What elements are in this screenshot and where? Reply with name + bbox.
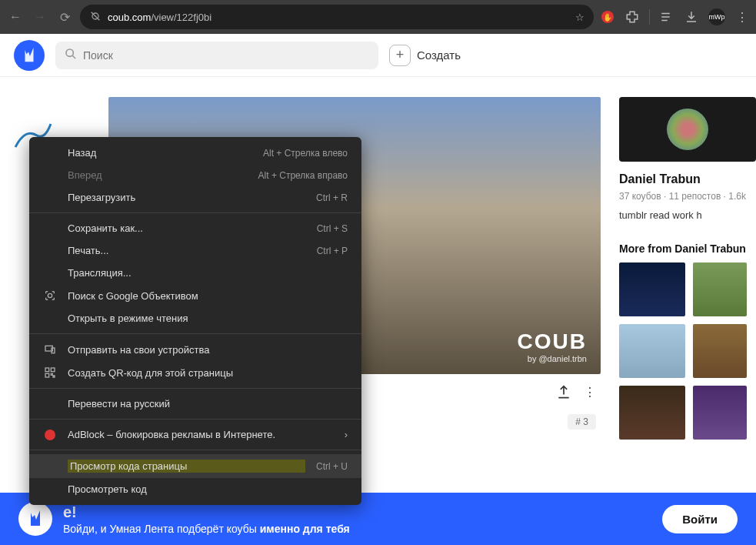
search-icon (65, 48, 77, 63)
more-icon[interactable]: ⋮ (584, 385, 596, 403)
back-button[interactable]: ← (6, 8, 25, 26)
channel-name[interactable]: Daniel Trabun (619, 172, 756, 186)
menu-item-label: Печать... (68, 245, 306, 256)
banner-title: e! (63, 503, 651, 521)
menu-item-shortcut: Ctrl + U (316, 461, 348, 472)
site-header: + Создать (0, 34, 756, 77)
context-menu-item[interactable]: Трансляция... (29, 262, 361, 284)
menu-item-label: Просмотр кода страницы (68, 460, 305, 473)
create-button[interactable]: + Создать (389, 45, 461, 66)
menu-item-label: Открыть в режиме чтения (68, 313, 337, 324)
menu-item-label: Вперед (68, 169, 248, 181)
channel-avatar (667, 109, 708, 150)
search-box[interactable] (55, 42, 378, 69)
forward-button[interactable]: → (31, 8, 49, 26)
url-bar[interactable]: coub.com/view/122fj0bi ☆ (80, 5, 594, 29)
lens-icon (43, 289, 57, 302)
channel-banner[interactable] (619, 97, 756, 162)
media-icon[interactable] (659, 9, 674, 25)
profile-avatar[interactable]: mWp (708, 8, 725, 25)
video-thumbnail[interactable] (619, 262, 685, 316)
context-menu-item[interactable]: Открыть в режиме чтения (29, 307, 361, 329)
video-thumbnail[interactable] (619, 386, 685, 440)
reload-button[interactable]: ⟳ (55, 8, 74, 26)
menu-item-label: Сохранить как... (68, 222, 306, 234)
browser-toolbar: ← → ⟳ coub.com/view/122fj0bi ☆ ✋ mWp ⋮ (0, 0, 756, 34)
context-menu-item[interactable]: НазадAlt + Стрелка влево (29, 142, 361, 164)
menu-item-label: AdBlock – блокировка рекламы в Интернете… (68, 429, 334, 440)
context-menu-item[interactable]: AdBlock – блокировка рекламы в Интернете… (29, 423, 361, 446)
plus-icon: + (389, 45, 411, 66)
menu-item-label: Просмотреть код (68, 483, 337, 495)
search-input[interactable] (83, 49, 369, 62)
url-path: /view/122fj0bi (151, 12, 211, 23)
svg-rect-6 (45, 373, 49, 377)
menu-item-shortcut: Ctrl + P (317, 246, 348, 256)
tag-item[interactable]: # 3 (568, 414, 596, 430)
bookmark-icon[interactable]: ☆ (575, 12, 584, 23)
context-menu-item[interactable]: ВпередAlt + Стрелка вправо (29, 164, 361, 186)
site-info-icon[interactable] (89, 10, 102, 25)
context-menu-item[interactable]: Создать QR-код для этой страницы (29, 361, 361, 384)
menu-item-label: Отправить на свои устройства (68, 344, 337, 356)
video-thumbnail[interactable] (693, 262, 747, 316)
thumbnail-grid (619, 262, 756, 440)
menu-item-label: Трансляция... (68, 267, 337, 279)
qr-icon (43, 366, 57, 379)
adblock-extension-icon[interactable]: ✋ (600, 9, 615, 25)
menu-item-shortcut: Alt + Стрелка влево (263, 148, 348, 159)
video-thumbnail[interactable] (693, 386, 747, 440)
svg-rect-4 (45, 368, 49, 372)
context-menu-item[interactable]: Просмотр кода страницыCtrl + U (29, 454, 361, 478)
extensions-icon[interactable] (624, 9, 640, 25)
share-icon[interactable] (556, 385, 571, 403)
menu-item-label: Назад (68, 147, 252, 159)
context-menu-item[interactable]: Просмотреть код (29, 478, 361, 500)
svg-rect-5 (51, 368, 55, 372)
context-menu-item[interactable]: Перевести на русский (29, 393, 361, 415)
menu-item-label: Создать QR-код для этой страницы (68, 367, 337, 379)
menu-item-shortcut: Ctrl + S (317, 223, 348, 234)
context-menu-item[interactable]: Печать...Ctrl + P (29, 239, 361, 262)
video-thumbnail[interactable] (619, 324, 685, 378)
coub-logo[interactable] (14, 40, 45, 71)
context-menu-item[interactable]: ПерезагрузитьCtrl + R (29, 186, 361, 209)
context-menu: НазадAlt + Стрелка влевоВпередAlt + Стре… (29, 137, 361, 505)
context-menu-item[interactable]: Отправить на свои устройства (29, 338, 361, 361)
menu-item-shortcut: Ctrl + R (316, 192, 348, 203)
login-button[interactable]: Войти (662, 505, 738, 533)
menu-item-shortcut: Alt + Стрелка вправо (258, 170, 348, 181)
banner-subtitle: Войди, и Умная Лента подберёт коубы имен… (63, 523, 651, 535)
svg-point-1 (48, 293, 52, 297)
context-menu-item[interactable]: Сохранить как...Ctrl + S (29, 217, 361, 239)
url-domain: coub.com (108, 12, 151, 23)
devices-icon (43, 343, 57, 356)
chevron-right-icon: › (345, 429, 348, 440)
channel-stats: 37 коубов · 11 репостов · 1.6k (619, 191, 756, 202)
svg-point-0 (66, 49, 73, 56)
downloads-icon[interactable] (684, 9, 699, 25)
video-watermark: COUB by @daniel.trbn (518, 329, 587, 363)
context-menu-item[interactable]: Поиск с Google Объективом (29, 284, 361, 307)
menu-icon[interactable]: ⋮ (734, 9, 750, 25)
menu-item-label: Перевести на русский (68, 398, 337, 410)
menu-item-label: Перезагрузить (68, 192, 305, 203)
banner-logo-icon (18, 502, 52, 536)
more-from-title: More from Daniel Trabun (619, 242, 756, 255)
adblock-icon (43, 430, 57, 440)
menu-item-label: Поиск с Google Объективом (68, 290, 337, 302)
video-thumbnail[interactable] (693, 324, 747, 378)
channel-bio: tumblr read work h (619, 209, 756, 221)
